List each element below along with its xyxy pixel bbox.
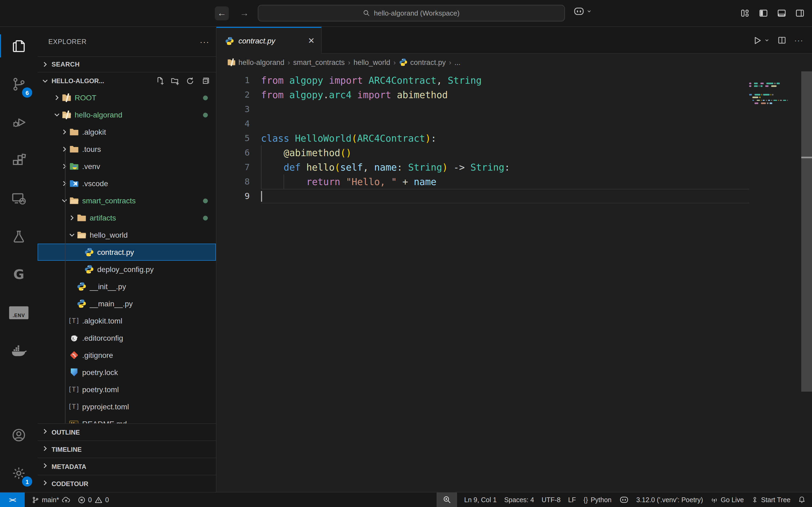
line-col-label: Ln 9, Col 1 (464, 496, 497, 504)
section-workspace[interactable]: HELLO-ALGOR... (38, 72, 216, 89)
command-center-label: hello-algorand (Workspace) (374, 9, 460, 17)
minimap[interactable] (749, 82, 798, 108)
tree-item-root[interactable]: ROOT (38, 89, 216, 106)
tree-item-pyproject-toml[interactable]: [T]pyproject.toml (38, 398, 216, 415)
breadcrumb-item-smart-contracts[interactable]: smart_contracts (293, 58, 345, 66)
code-line-6[interactable]: 6 @abimethod() (216, 146, 812, 160)
nav-forward-button[interactable]: → (237, 6, 251, 20)
language-mode[interactable]: {} Python (580, 493, 615, 507)
tree-item-poetry-toml[interactable]: [T]poetry.toml (38, 381, 216, 398)
run-python-button[interactable] (753, 36, 770, 45)
activity-explorer[interactable] (0, 27, 38, 65)
tab-contract-py[interactable]: contract.py ✕ (216, 27, 322, 54)
new-folder-icon[interactable] (171, 76, 180, 85)
tree-item--venv[interactable]: .venv (38, 158, 216, 175)
toggle-secondary-sidebar-icon[interactable] (795, 9, 805, 18)
go-live-button[interactable]: Go Live (707, 493, 748, 507)
tab-bar-empty (322, 27, 812, 54)
line-number: 6 (216, 148, 250, 158)
code-line-5[interactable]: 5class HelloWorld(ARC4Contract): (216, 131, 812, 146)
python-interpreter[interactable]: 3.12.0 ('.venv': Poetry) (632, 493, 707, 507)
tree-item-readme-md[interactable]: M↓README.md (38, 415, 216, 423)
zoom-indicator[interactable] (437, 493, 457, 507)
tree-item--gitignore[interactable]: .gitignore (38, 347, 216, 364)
scrollbar-thumb[interactable] (801, 71, 812, 392)
activity-dotenv[interactable]: .ENV (0, 293, 38, 332)
start-tree-button[interactable]: Start Tree (748, 493, 794, 507)
toggle-sidebar-icon[interactable] (759, 9, 768, 18)
indentation-status[interactable]: Spaces: 4 (501, 493, 538, 507)
tree-item--editorconfig[interactable]: .editorconfig (38, 329, 216, 347)
copilot-status[interactable] (615, 493, 632, 507)
tree-item--vscode[interactable]: .vscode (38, 175, 216, 192)
cursor-position[interactable]: Ln 9, Col 1 (460, 493, 501, 507)
nav-back-button[interactable]: ← (215, 6, 229, 20)
tree-item-contract-py[interactable]: contract.py (38, 243, 216, 261)
code-line-1[interactable]: 1from algopy import ARC4Contract, String (216, 73, 812, 88)
customize-layout-icon[interactable] (741, 9, 750, 18)
minimap-line (749, 91, 798, 93)
tree-item-hello-world[interactable]: hello_world (38, 226, 216, 243)
notifications-bell[interactable] (794, 493, 812, 507)
split-editor-icon[interactable] (778, 36, 786, 45)
tree-item--algokit[interactable]: .algokit (38, 123, 216, 140)
tree-item--algokit-toml[interactable]: [T].algokit.toml (38, 312, 216, 329)
activity-remote-explorer[interactable] (0, 179, 38, 217)
activity-source-control[interactable]: 6 (0, 65, 38, 103)
new-file-icon[interactable] (156, 76, 164, 85)
pane-label: CODETOUR (52, 480, 88, 488)
activity-extensions[interactable] (0, 141, 38, 179)
code-line-8[interactable]: 8 return "Hello, " + name (216, 174, 812, 189)
activity-gitlens[interactable]: G (0, 256, 38, 293)
code-line-2[interactable]: 2from algopy.arc4 import abimethod (216, 88, 812, 102)
breadcrumb-item--[interactable]: ... (455, 58, 461, 66)
tree-item-poetry-lock[interactable]: poetry.lock (38, 364, 216, 381)
code-line-7[interactable]: 7 def hello(self, name: String) -> Strin… (216, 160, 812, 174)
eol-status[interactable]: LF (564, 493, 580, 507)
tree-item-label: .tours (82, 145, 101, 154)
code-line-3[interactable]: 3 (216, 102, 812, 116)
code-line-9[interactable]: 9 (216, 189, 812, 203)
section-codetour[interactable]: CODETOUR (38, 475, 216, 492)
breadcrumb-item-hello-world[interactable]: hello_world (354, 58, 391, 66)
tree-item--main-py[interactable]: __main__.py (38, 295, 216, 312)
remote-indicator[interactable]: >< (0, 493, 25, 507)
minimap-line (749, 82, 798, 84)
editor-scrollbar[interactable] (801, 71, 812, 492)
command-center[interactable]: hello-algorand (Workspace) (258, 5, 565, 21)
git-status-dot (203, 216, 208, 221)
activity-settings[interactable]: 1 (0, 454, 38, 492)
copilot-menu[interactable] (573, 6, 592, 16)
section-search[interactable]: SEARCH (38, 56, 216, 72)
tree-item--tours[interactable]: .tours (38, 140, 216, 158)
tab-close-icon[interactable]: ✕ (308, 36, 315, 46)
activity-accounts[interactable] (0, 416, 38, 454)
section-metadata[interactable]: METADATA (38, 458, 216, 475)
toggle-panel-icon[interactable] (777, 9, 786, 18)
activity-docker[interactable] (0, 332, 38, 370)
refresh-icon[interactable] (186, 76, 194, 85)
tree-item-smart-contracts[interactable]: smart_contracts (38, 192, 216, 209)
tree-item--init-py[interactable]: __init__.py (38, 278, 216, 295)
problems-status[interactable]: 0 0 (74, 493, 113, 507)
tree-item-label: README.md (82, 419, 127, 423)
chevron-spacer (60, 402, 69, 411)
breadcrumb-item-contract-py[interactable]: contract.py (399, 58, 446, 66)
sidebar-explorer: EXPLORER ··· SEARCH HELLO-ALGOR... ROOT (38, 27, 216, 492)
code-line-4[interactable]: 4 (216, 116, 812, 131)
activity-testing[interactable] (0, 217, 38, 256)
tree-item-hello-algorand[interactable]: hello-algorand (38, 106, 216, 123)
encoding-status[interactable]: UTF-8 (538, 493, 564, 507)
tree-item-label: .editorconfig (82, 334, 123, 342)
tree-item-artifacts[interactable]: artifacts (38, 209, 216, 226)
breadcrumb-item-hello-algorand[interactable]: hello-algorand (227, 58, 284, 66)
editor-more-actions[interactable]: ··· (794, 36, 803, 45)
tree-item-deploy-config-py[interactable]: deploy_config.py (38, 261, 216, 278)
collapse-all-icon[interactable] (201, 76, 209, 85)
code-editor[interactable]: 1from algopy import ARC4Contract, String… (216, 71, 812, 492)
explorer-more-actions[interactable]: ··· (200, 37, 209, 46)
section-outline[interactable]: OUTLINE (38, 423, 216, 441)
section-timeline[interactable]: TIMELINE (38, 441, 216, 458)
git-branch-status[interactable]: main* (28, 493, 74, 507)
activity-run-debug[interactable] (0, 103, 38, 141)
